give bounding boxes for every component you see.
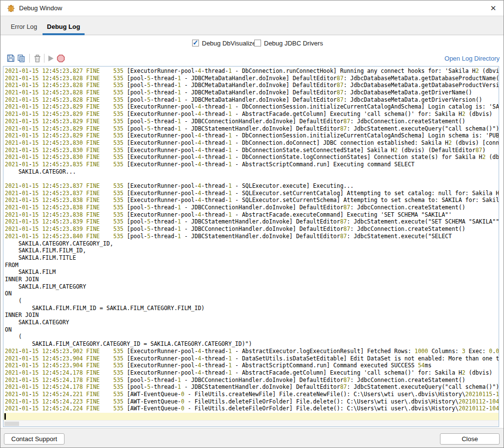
log-line: SAKILA.FILM.TITLE [3,254,499,262]
tab-debug-log-label: Debug Log [47,23,80,30]
stop-log-button[interactable] [55,53,66,64]
log-caret-line [3,413,499,421]
log-line: INNER JOIN [3,312,499,319]
log-line: 2021-01-15 12:45:23.837 FINE 535 [Execut… [3,190,499,197]
log-line: 2021-01-15 12:45:23.830 FINE 535 [Execut… [3,147,499,154]
title-bar: Debug Window ✕ [0,0,504,16]
log-line: 2021-01-15 12:45:23.838 FINE 535 [Execut… [3,211,499,219]
log-line: 2021-01-15 12:45:23.829 FINE 535 [pool-5… [3,125,499,133]
footer-bar: Contact Support Close [0,428,504,448]
log-line: 2021-01-15 12:45:23.904 FINE 535 [Execut… [3,355,499,362]
log-line: 2021-01-15 12:45:23.828 FINE 535 [pool-5… [3,82,499,89]
tab-error-log[interactable]: Error Log [5,16,43,35]
resume-log-button[interactable] [45,53,56,64]
log-line: 2021-01-15 12:45:23.829 FINE 535 [Execut… [3,132,499,139]
log-line: 2021-01-15 12:45:23.828 FINE 535 [pool-5… [3,75,499,82]
log-line: ( [3,333,499,340]
play-icon [47,55,54,62]
tab-debug-log[interactable]: Debug Log [43,16,85,35]
debug-log-viewer[interactable]: 2021-01-15 12:45:23.827 FINE 535 [Execut… [3,66,499,427]
log-line: INNER JOIN [3,276,499,283]
debug-jdbc-drivers-checkbox[interactable]: Debug JDBC Drivers [254,39,323,47]
log-line: 2021-01-15 12:45:23.904 FINE 535 [Execut… [3,362,499,369]
log-line: 2021-01-15 12:45:23.839 FINE 535 [pool-5… [3,218,499,225]
log-line: 2021-01-15 12:45:23.830 FINE 535 [Execut… [3,139,499,147]
log-line: ( [3,297,499,305]
contact-support-button[interactable]: Contact Support [4,433,65,445]
log-line: 2021-01-15 12:45:23.829 FINE 535 [Execut… [3,111,499,118]
scrollbar-thumb[interactable] [4,422,19,426]
log-line: 2021-01-15 12:45:23.830 FINE 535 [Execut… [3,154,499,161]
save-icon [7,54,15,62]
log-line: 2021-01-15 12:45:23.839 FINE 535 [pool-5… [3,225,499,233]
log-line: 2021-01-15 12:45:23.902 FINE 535 [Execut… [3,348,499,355]
log-lines: 2021-01-15 12:45:23.827 FINE 535 [Execut… [3,67,499,412]
log-line: 2021-01-15 12:45:23.838 FINE 535 [Execut… [3,197,499,204]
text-caret [4,413,6,420]
log-line: 2021-01-15 12:45:24.224 FINE 535 [AWT-Ev… [3,405,499,412]
log-line: SAKILA.FILM.FILM_ID = SAKILA.FILM_CATEGO… [3,305,499,312]
copy-log-button[interactable] [16,53,26,64]
checkbox-label: Debug DbVisualizer [202,40,258,47]
clear-log-button[interactable] [32,53,43,64]
log-line: 2021-01-15 12:45:23.829 FINE 535 [pool-5… [3,118,499,125]
log-line: 2021-01-15 12:45:24.178 FINE 535 [pool-5… [3,377,499,384]
close-button[interactable]: Close [440,433,500,445]
log-line: FROM [3,262,499,269]
debug-window: { "window": { "title": "Debug Window", "… [0,0,504,448]
tab-bar: Error Log Debug Log [0,16,504,35]
window-title: Debug Window [19,4,62,12]
log-line: ON [3,326,499,334]
toolbar-separator [29,54,30,63]
log-line: SAKILA.FILM_CATEGORY [3,283,499,291]
log-line: 2021-01-15 12:45:24.221 FINE 535 [AWT-Ev… [3,391,499,398]
horizontal-scrollbar[interactable] [3,420,499,426]
checkbox-unchecked-icon [254,40,261,46]
log-line: 2021-01-15 12:45:24.178 FINE 535 [pool-5… [3,383,499,391]
log-line: 2021-01-15 12:45:23.837 FINE 535 [Execut… [3,182,499,190]
log-line: SAKILA.FILM [3,269,499,276]
trash-icon [34,54,41,63]
checkbox-label: Debug JDBC Drivers [264,40,323,47]
record-icon [57,54,65,63]
window-close-button[interactable]: ✕ [488,3,499,14]
bug-icon [6,4,16,13]
toolbar-separator [44,54,44,63]
log-line: 2021-01-15 12:45:23.835 FINE 535 [Execut… [3,161,499,168]
log-line: SAKILA.CATEGORY.CATEGORY_ID, [3,240,499,247]
log-line [3,175,499,182]
log-line: 2021-01-15 12:45:24.178 FINE 535 [Execut… [3,369,499,377]
debug-dbvisualizer-checkbox[interactable]: Debug DbVisualizer [192,39,258,47]
log-toolbar: Open Log Directory [0,51,504,66]
log-line: 2021-01-15 12:45:24.223 FINE 535 [AWT-Ev… [3,398,499,405]
log-line: SAKILA.FILM.FILM_ID, [3,247,499,254]
log-line: 2021-01-15 12:45:23.828 FINE 535 [pool-5… [3,96,499,104]
open-log-directory-link[interactable]: Open Log Directory [444,55,500,62]
debug-options-row: Debug DbVisualizer Debug JDBC Drivers [0,35,504,51]
log-line: 2021-01-15 12:45:23.840 FINE 535 [pool-5… [3,233,499,240]
log-line: 2021-01-15 12:45:23.829 FINE 535 [Execut… [3,103,499,111]
log-line: ON [3,290,499,297]
checkbox-checked-icon [192,40,199,46]
log-line: 2021-01-15 12:45:23.838 FINE 535 [pool-5… [3,204,499,211]
log-line: SAKILA.CATEGORY [3,319,499,326]
log-line: 2021-01-15 12:45:23.827 FINE 535 [Execut… [3,67,499,75]
log-line: 2021-01-15 12:45:23.828 FINE 535 [pool-5… [3,89,499,96]
log-line: SAKILA.FILM_CATEGORY.CATEGORY_ID = SAKIL… [3,340,499,348]
copy-icon [17,54,25,63]
save-log-button[interactable] [5,53,16,64]
log-line: SAKILA.CATEGOR... [3,168,499,176]
